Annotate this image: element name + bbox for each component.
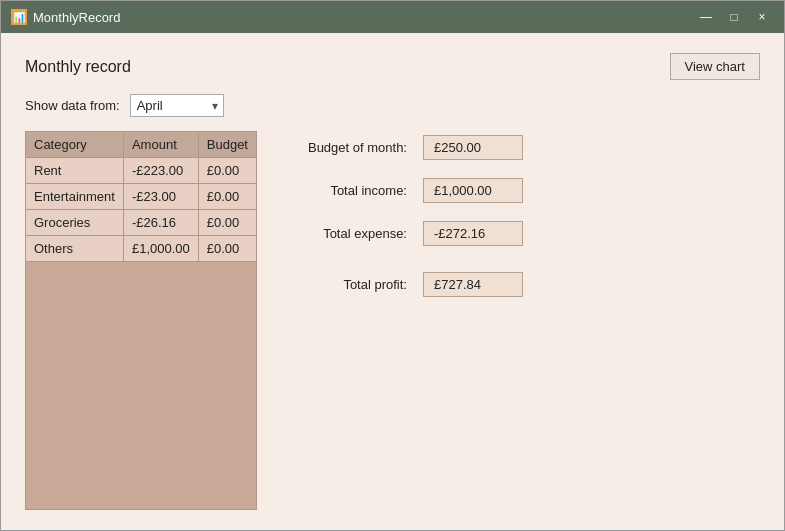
cell-budget: £0.00 [198, 210, 256, 236]
main-content: Category Amount Budget Rent -£223.00 £0.… [25, 131, 760, 510]
budget-label: Budget of month: [287, 140, 407, 155]
table-container: Category Amount Budget Rent -£223.00 £0.… [25, 131, 257, 510]
income-row: Total income: £1,000.00 [287, 178, 760, 203]
profit-value: £727.84 [423, 272, 523, 297]
window-body: Monthly record View chart Show data from… [1, 33, 784, 530]
expense-row: Total expense: -£272.16 [287, 221, 760, 246]
table-row: Rent -£223.00 £0.00 [26, 158, 257, 184]
cell-category: Groceries [26, 210, 124, 236]
cell-category: Rent [26, 158, 124, 184]
income-value: £1,000.00 [423, 178, 523, 203]
cell-amount: £1,000.00 [123, 236, 198, 262]
cell-budget: £0.00 [198, 236, 256, 262]
expense-label: Total expense: [287, 226, 407, 241]
close-button[interactable]: × [750, 7, 774, 27]
app-icon: 📊 [11, 9, 27, 25]
maximize-button[interactable]: □ [722, 7, 746, 27]
main-window: 📊 MonthlyRecord — □ × Monthly record Vie… [0, 0, 785, 531]
cell-amount: -£23.00 [123, 184, 198, 210]
cell-category: Entertainment [26, 184, 124, 210]
table-empty-area [25, 262, 257, 510]
month-select-wrapper[interactable]: January February March April May June Ju… [130, 94, 224, 117]
stats-section: Budget of month: £250.00 Total income: £… [287, 131, 760, 510]
data-table: Category Amount Budget Rent -£223.00 £0.… [25, 131, 257, 262]
month-select[interactable]: January February March April May June Ju… [130, 94, 224, 117]
header-row: Monthly record View chart [25, 53, 760, 80]
show-data-row: Show data from: January February March A… [25, 94, 760, 117]
profit-row: Total profit: £727.84 [287, 272, 760, 297]
page-title: Monthly record [25, 58, 131, 76]
col-header-budget: Budget [198, 132, 256, 158]
cell-budget: £0.00 [198, 184, 256, 210]
window-title: MonthlyRecord [33, 10, 120, 25]
table-row: Entertainment -£23.00 £0.00 [26, 184, 257, 210]
view-chart-button[interactable]: View chart [670, 53, 760, 80]
minimize-button[interactable]: — [694, 7, 718, 27]
table-row: Others £1,000.00 £0.00 [26, 236, 257, 262]
col-header-amount: Amount [123, 132, 198, 158]
show-data-label: Show data from: [25, 98, 120, 113]
budget-row: Budget of month: £250.00 [287, 135, 760, 160]
table-row: Groceries -£26.16 £0.00 [26, 210, 257, 236]
expense-value: -£272.16 [423, 221, 523, 246]
cell-amount: -£26.16 [123, 210, 198, 236]
title-bar-left: 📊 MonthlyRecord [11, 9, 120, 25]
col-header-category: Category [26, 132, 124, 158]
cell-budget: £0.00 [198, 158, 256, 184]
budget-value: £250.00 [423, 135, 523, 160]
income-label: Total income: [287, 183, 407, 198]
cell-category: Others [26, 236, 124, 262]
cell-amount: -£223.00 [123, 158, 198, 184]
profit-label: Total profit: [287, 277, 407, 292]
title-bar: 📊 MonthlyRecord — □ × [1, 1, 784, 33]
window-controls: — □ × [694, 7, 774, 27]
